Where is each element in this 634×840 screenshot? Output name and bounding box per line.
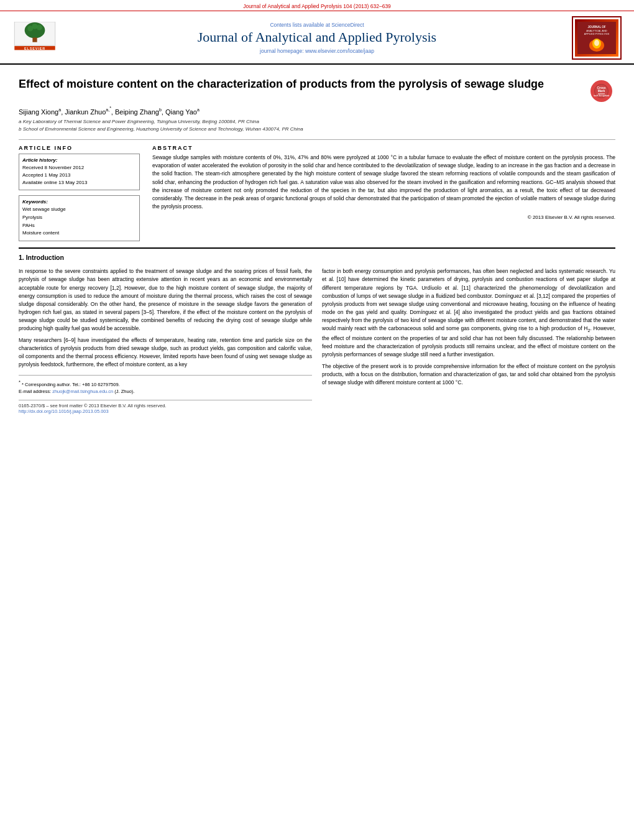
doi-link[interactable]: http://dx.doi.org/10.1016/j.jaap.2013.05… (19, 408, 109, 414)
keyword-2: Pyrolysis (22, 214, 136, 222)
divider-2 (19, 247, 615, 249)
main-content: In response to the severe constraints ap… (19, 267, 615, 414)
abstract-text: Sewage sludge samples with moisture cont… (152, 154, 615, 211)
intro-para-2: Many researchers [6–9] have investigated… (19, 336, 312, 369)
article-info-col: ARTICLE INFO Article history: Received 8… (19, 145, 140, 241)
footnote-email-link[interactable]: zhuojk@mail.tsinghua.edu.cn (52, 389, 113, 394)
intro-para-4: The objective of the present work is to … (322, 362, 615, 387)
keyword-3: PAHs (22, 222, 136, 230)
article-info-header: ARTICLE INFO (19, 145, 140, 151)
keywords-label: Keywords: (22, 199, 136, 205)
sciencedirect-line: Contents lists available at ScienceDirec… (68, 22, 566, 28)
svg-point-5 (32, 24, 37, 29)
svg-text:Mark: Mark (598, 89, 605, 93)
bottom-footer: 0165-2370/$ – see front matter © 2013 El… (19, 400, 312, 414)
available-value: Available online 13 May 2013 (22, 179, 136, 187)
page-wrapper: Journal of Analytical and Applied Pyroly… (0, 0, 634, 840)
homepage-link[interactable]: www.elsevier.com/locate/jaap (305, 48, 374, 54)
intro-para-3: factor in both energy consumption and py… (322, 267, 615, 359)
keywords-list: Wet sewage sludge Pyrolysis PAHs Moistur… (22, 206, 136, 238)
divider-1 (19, 139, 615, 140)
article-body: Effect of moisture content on the charac… (0, 65, 634, 427)
affiliation-b: b School of Environmental Science and En… (19, 126, 615, 133)
right-col: factor in both energy consumption and py… (322, 267, 615, 414)
svg-text:APPLIED PYROLYSIS: APPLIED PYROLYSIS (584, 32, 610, 35)
svg-point-14 (594, 40, 599, 46)
svg-rect-2 (32, 37, 37, 42)
svg-text:JOURNAL OF: JOURNAL OF (587, 25, 605, 29)
article-title: Effect of moisture content on the charac… (19, 77, 584, 91)
journal-title: Journal of Analytical and Applied Pyroly… (68, 29, 566, 45)
license-text: 0165-2370/$ – see front matter © 2013 El… (19, 403, 312, 408)
keyword-4: Moisture content (22, 229, 136, 238)
homepage-line: journal homepage: www.elsevier.com/locat… (68, 48, 566, 54)
article-title-area: Effect of moisture content on the charac… (19, 77, 615, 102)
accepted-value: Accepted 1 May 2013 (22, 172, 136, 179)
footnote-star: * (19, 379, 21, 385)
footnote-email-line: E-mail address: zhuojk@mail.tsinghua.edu… (19, 388, 312, 395)
sciencedirect-link-text[interactable]: ScienceDirect (331, 22, 364, 28)
received-value: Received 8 November 2012 (22, 164, 136, 172)
journal-logo-inner: JOURNAL OF ANALYTICAL AND APPLIED PYROLY… (575, 19, 618, 57)
left-col: In response to the severe constraints ap… (19, 267, 312, 414)
header-center: Contents lists available at ScienceDirec… (68, 22, 566, 54)
journal-logo-box: JOURNAL OF ANALYTICAL AND APPLIED PYROLY… (572, 16, 622, 60)
affiliation-a: a Key Laboratory of Thermal Science and … (19, 118, 615, 126)
svg-text:check for updates: check for updates (594, 95, 609, 97)
svg-text:ELSEVIER: ELSEVIER (24, 47, 45, 50)
affiliations: a Key Laboratory of Thermal Science and … (19, 118, 615, 133)
authors-line: Sijiang Xionga, Jiankun Zhuoa,*, Beiping… (19, 106, 615, 116)
footnote-corresponding: * * Corresponding author. Tel.: +86 10 6… (19, 379, 312, 388)
history-label: Article history: (22, 157, 136, 163)
section-1-heading: 1. Introduction (19, 254, 615, 261)
abstract-header: ABSTRACT (152, 145, 615, 151)
crossmark-circle: Cross Mark check for updates (590, 80, 612, 102)
keyword-1: Wet sewage sludge (22, 206, 136, 214)
footnote-area: * * Corresponding author. Tel.: +86 10 6… (19, 375, 312, 395)
abstract-col: ABSTRACT Sewage sludge samples with mois… (152, 145, 615, 241)
keywords-box: Keywords: Wet sewage sludge Pyrolysis PA… (19, 195, 140, 241)
elsevier-logo: ELSEVIER (12, 22, 62, 54)
copyright-line: © 2013 Elsevier B.V. All rights reserved… (152, 215, 615, 220)
journal-top-bar: Journal of Analytical and Applied Pyroly… (0, 0, 634, 11)
crossmark-badge: Cross Mark check for updates (590, 80, 615, 102)
article-history-box: Article history: Received 8 November 201… (19, 154, 140, 190)
journal-citation: Journal of Analytical and Applied Pyroly… (243, 3, 391, 9)
header-section: ELSEVIER Contents lists available at Sci… (0, 11, 634, 65)
article-info-abstract: ARTICLE INFO Article history: Received 8… (19, 145, 615, 241)
intro-para-1: In response to the severe constraints ap… (19, 267, 312, 333)
